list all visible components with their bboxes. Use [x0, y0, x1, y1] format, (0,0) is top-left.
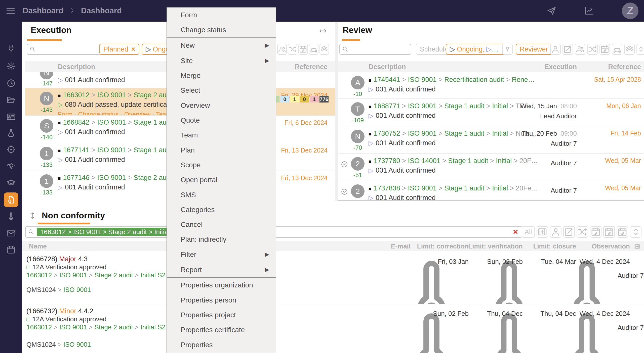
users-button[interactable]: [277, 44, 287, 55]
sidebar-item-thermometer-icon[interactable]: [6, 212, 16, 221]
sort-button[interactable]: [636, 44, 644, 55]
car-button[interactable]: [309, 44, 318, 55]
menu-item-filter[interactable]: Filter▶: [167, 247, 276, 262]
menu-item-quote[interactable]: Quote: [167, 113, 276, 128]
breadcrumb-link[interactable]: 1745441: [374, 76, 400, 83]
menu-item-properties-organization[interactable]: Properties organization: [167, 278, 276, 292]
expand-chevron-icon[interactable]: [341, 161, 348, 168]
breadcrumb-link[interactable]: ISO 14001: [408, 157, 440, 165]
sidebar-item-folder-open-icon[interactable]: [6, 95, 16, 105]
breadcrumb-link[interactable]: Stage 2 audit: [94, 323, 133, 331]
qms-link[interactable]: ISO 9001: [63, 341, 91, 348]
menu-item-plan-indirectly[interactable]: Plan: indirectly: [167, 232, 276, 247]
sidebar-item-plug-icon[interactable]: [6, 44, 16, 54]
shuffle-button[interactable]: [288, 44, 297, 55]
menu-item-overview[interactable]: Overview: [167, 98, 276, 113]
breadcrumb-link[interactable]: ISO 9001: [97, 146, 126, 154]
menu-item-form[interactable]: Form: [167, 8, 276, 22]
review-row[interactable]: A-10■1745441 > ISO 9001 > Recertificatio…: [338, 72, 644, 98]
breadcrumb-link[interactable]: 1668842: [63, 119, 89, 126]
count-badge[interactable]: 1: [290, 96, 299, 103]
menu-item-plan[interactable]: Plan: [167, 143, 276, 158]
calendar-edit-button[interactable]: [603, 226, 615, 238]
breadcrumb-link[interactable]: Stage 1 audit: [444, 102, 484, 110]
add-column-icon[interactable]: [634, 243, 640, 250]
trophy-button[interactable]: [502, 44, 513, 55]
breadcrumb-link[interactable]: Initial S2: [140, 323, 166, 331]
breadcrumb-link[interactable]: Stage 1 audit: [444, 130, 484, 137]
edit-button[interactable]: [562, 44, 573, 55]
breadcrumb-link[interactable]: 1663012: [26, 323, 52, 331]
calendar-edit-button[interactable]: [298, 44, 308, 55]
scrollbar[interactable]: [338, 200, 644, 201]
breadcrumb-link[interactable]: Initial: [496, 157, 512, 165]
count-badge[interactable]: 1: [310, 96, 319, 103]
breadcrumb-link[interactable]: ISO 9001: [97, 174, 126, 181]
breadcrumb-link[interactable]: 1737780: [374, 157, 400, 165]
users-button[interactable]: [575, 44, 585, 55]
person-button[interactable]: [550, 226, 561, 238]
edit-button[interactable]: [563, 226, 575, 238]
sidebar-item-graduation-cap-icon[interactable]: [6, 178, 16, 188]
calendar-edit-button[interactable]: [599, 44, 610, 55]
nonconformity-row[interactable]: (1666728) Major 4.3□12A Verification app…: [22, 251, 644, 304]
breadcrumb-link[interactable]: ISO 9001: [97, 91, 126, 99]
layers-button[interactable]: [624, 44, 635, 55]
layers-button[interactable]: [319, 44, 329, 55]
breadcrumb-link[interactable]: Stage 2 audit: [94, 271, 133, 279]
filter-chip-planned[interactable]: Planned×: [99, 44, 139, 55]
sidebar-item-clock-icon[interactable]: [6, 78, 16, 88]
breadcrumb-link[interactable]: 20Fe…: [516, 184, 538, 192]
breadcrumb-item[interactable]: Dashboard: [81, 6, 122, 15]
calendar-edit-button[interactable]: [590, 226, 601, 238]
menu-item-properties-project[interactable]: Properties project: [167, 308, 276, 322]
qms-link[interactable]: ISO 9001: [63, 286, 91, 293]
count-badge[interactable]: 0: [300, 96, 309, 103]
review-row[interactable]: T-109■1688771 > ISO 9001 > Stage 1 audit…: [338, 98, 644, 126]
breadcrumb-link[interactable]: Stage 1 audit: [448, 157, 488, 165]
breadcrumb-link[interactable]: 1663012: [63, 91, 89, 99]
menu-item-change-status[interactable]: Change status: [167, 22, 276, 37]
breadcrumb-link[interactable]: Stage 1 audit: [444, 184, 484, 192]
menu-item-properties[interactable]: Properties: [167, 337, 276, 352]
menu-item-categories[interactable]: Categories: [167, 202, 276, 217]
menu-item-properties-certificate[interactable]: Properties certificate: [167, 322, 276, 337]
sidebar-item-gear-icon[interactable]: [6, 62, 16, 71]
breadcrumb-link[interactable]: ISO 9001: [408, 76, 436, 83]
all-button[interactable]: All: [522, 226, 535, 238]
review-row[interactable]: 2-51■1737780 > ISO 14001 > Stage 1 audit…: [338, 153, 644, 181]
action-link[interactable]: Change status: [78, 111, 119, 115]
clear-filter-icon[interactable]: ×: [513, 227, 518, 237]
hamburger-menu-icon[interactable]: [6, 6, 16, 16]
execution-search-input[interactable]: [38, 45, 83, 54]
count-badge[interactable]: 776: [319, 96, 329, 103]
breadcrumb-link[interactable]: 1737838: [374, 184, 400, 192]
menu-item-open-portal[interactable]: Open portal: [167, 172, 276, 187]
plus-frame-button[interactable]: [537, 226, 548, 238]
menu-item-team[interactable]: Team: [167, 128, 276, 142]
breadcrumb-link[interactable]: 1663012: [26, 271, 52, 279]
breadcrumb-link[interactable]: Recertification audit: [444, 76, 504, 83]
menu-item-new[interactable]: New▶: [167, 38, 276, 53]
breadcrumb-link[interactable]: Initial S2: [140, 271, 166, 279]
breadcrumb-link[interactable]: ISO 9001: [59, 271, 87, 279]
trend-chart-icon[interactable]: [584, 6, 594, 16]
breadcrumb-link[interactable]: Rene…: [512, 76, 535, 83]
menu-item-select[interactable]: Select: [167, 83, 276, 98]
breadcrumb-link[interactable]: 1688771: [374, 102, 400, 110]
breadcrumb-link[interactable]: Initial: [492, 102, 508, 110]
breadcrumb-link[interactable]: ISO 9001: [97, 119, 126, 126]
expand-chevron-icon[interactable]: [341, 188, 348, 195]
sidebar-item-id-card-icon[interactable]: [6, 112, 16, 122]
menu-item-merge[interactable]: Merge: [167, 68, 276, 83]
resize-vertical-icon[interactable]: [29, 212, 37, 220]
paper-plane-icon[interactable]: [546, 6, 556, 16]
menu-item-scope[interactable]: Scope: [167, 158, 276, 172]
breadcrumb-link[interactable]: 1677141: [63, 146, 89, 154]
review-row[interactable]: 2-51■1737838 > ISO 9001 > Stage 1 audit …: [338, 181, 644, 200]
person-button[interactable]: [550, 44, 561, 55]
shuffle-button[interactable]: [587, 44, 598, 55]
breadcrumb-item[interactable]: Dashboard: [23, 6, 63, 15]
car-button[interactable]: [612, 44, 622, 55]
breadcrumb-link[interactable]: 1730752: [374, 130, 400, 137]
